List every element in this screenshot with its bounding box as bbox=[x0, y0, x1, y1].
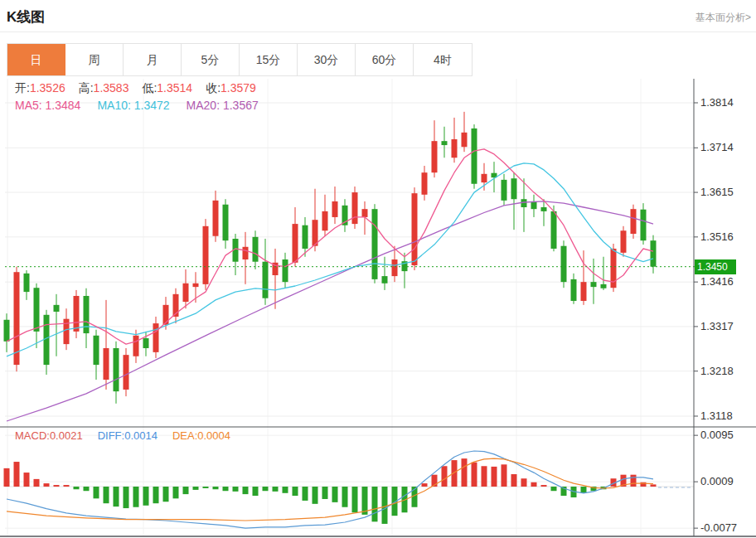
macd-tick-label: -0.0077 bbox=[700, 521, 737, 534]
macd-tick-label: 0.0095 bbox=[700, 429, 734, 441]
price-tick-label: 1.3218 bbox=[700, 365, 734, 377]
tab-60min[interactable]: 60分 bbox=[356, 44, 414, 75]
macd-tick-label: 0.0009 bbox=[700, 475, 734, 487]
dea-value: DEA:0.0004 bbox=[172, 429, 230, 442]
price-tick-label: 1.3814 bbox=[700, 96, 734, 109]
close-value: 1.3579 bbox=[220, 81, 256, 95]
open-label: 开: bbox=[15, 81, 30, 95]
low-value: 1.3514 bbox=[157, 81, 192, 95]
diff-value: DIFF:0.0014 bbox=[98, 429, 158, 442]
tab-day[interactable]: 日 bbox=[7, 44, 65, 75]
tab-5min[interactable]: 5分 bbox=[182, 44, 240, 75]
tab-4hour[interactable]: 4时 bbox=[414, 44, 472, 75]
price-tick-label: 1.3714 bbox=[700, 141, 734, 153]
high-value: 1.3583 bbox=[94, 81, 129, 95]
tab-month[interactable]: 月 bbox=[124, 44, 182, 75]
price-tick-label: 1.3416 bbox=[700, 275, 734, 288]
period-tab-bar: 日周月5分15分30分60分4时 bbox=[7, 43, 472, 76]
ma20-value: MA20: 1.3567 bbox=[187, 99, 259, 112]
macd-value: MACD:0.0021 bbox=[15, 429, 83, 442]
low-label: 低: bbox=[142, 81, 157, 95]
kline-widget: K线图 基本面分析> 日周月5分15分30分60分4时 开:1.3526高:1.… bbox=[0, 0, 756, 538]
close-label: 收: bbox=[206, 81, 220, 95]
price-tick-label: 1.3317 bbox=[700, 320, 734, 332]
current-price-badge: 1.3450 bbox=[695, 259, 736, 274]
price-tick-label: 1.3516 bbox=[700, 230, 734, 243]
price-tick-label: 1.3118 bbox=[700, 410, 733, 422]
high-label: 高: bbox=[79, 81, 94, 95]
ma-info-row: MA5: 1.3484MA10: 1.3472MA20: 1.3567 bbox=[15, 99, 275, 112]
tab-15min[interactable]: 15分 bbox=[240, 44, 298, 75]
tab-week[interactable]: 周 bbox=[65, 44, 124, 75]
open-value: 1.3526 bbox=[30, 81, 65, 95]
ma10-value: MA10: 1.3472 bbox=[97, 99, 169, 112]
price-tick-label: 1.3615 bbox=[700, 186, 734, 198]
ma5-value: MA5: 1.3484 bbox=[15, 99, 80, 112]
macd-info-row: MACD:0.0021DIFF:0.0014DEA:0.0004 bbox=[15, 429, 245, 442]
tab-30min[interactable]: 30分 bbox=[298, 44, 356, 75]
ohlc-info-row: 开:1.3526高:1.3583低:1.3514收:1.3579 bbox=[15, 81, 269, 96]
